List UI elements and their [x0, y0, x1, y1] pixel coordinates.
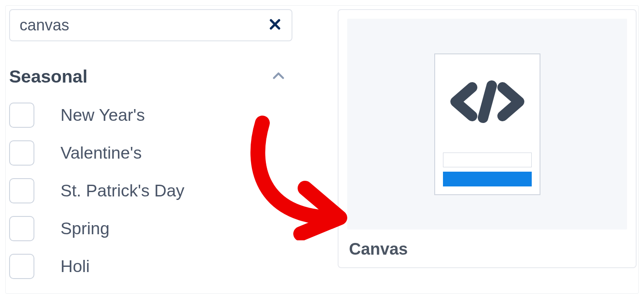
template-input-preview [443, 153, 532, 167]
checkbox-label: Spring [60, 219, 110, 238]
checkbox-label: St. Patrick's Day [60, 181, 184, 200]
checkbox-box[interactable] [9, 103, 34, 128]
checkbox-label: Holi [60, 257, 90, 276]
category-title: Seasonal [9, 66, 87, 87]
template-form-preview [443, 153, 532, 186]
svg-line-2 [483, 86, 492, 118]
search-input[interactable] [20, 16, 268, 34]
template-card-canvas[interactable]: Canvas [338, 9, 637, 268]
checkbox-label: New Year's [60, 106, 145, 125]
template-label: Canvas [347, 240, 627, 259]
checkbox-list: New Year's Valentine's St. Patrick's Day… [9, 103, 292, 279]
checkbox-box[interactable] [9, 140, 34, 166]
template-preview [347, 19, 627, 229]
category-header-seasonal[interactable]: Seasonal [9, 66, 292, 90]
filter-panel: Seasonal New Year's Valentine's St. Patr… [7, 9, 294, 293]
chevron-up-icon [271, 68, 286, 86]
checkbox-item-new-years[interactable]: New Year's [9, 103, 292, 128]
main-container: Seasonal New Year's Valentine's St. Patr… [5, 5, 639, 294]
clear-icon[interactable] [268, 17, 282, 33]
checkbox-box[interactable] [9, 216, 34, 241]
checkbox-item-st-patricks[interactable]: St. Patrick's Day [9, 178, 292, 203]
code-icon [443, 78, 532, 126]
template-thumbnail [434, 53, 540, 195]
checkbox-item-valentines[interactable]: Valentine's [9, 140, 292, 166]
checkbox-box[interactable] [9, 254, 34, 279]
template-button-preview [443, 172, 532, 186]
checkbox-item-spring[interactable]: Spring [9, 216, 292, 241]
checkbox-label: Valentine's [60, 143, 142, 163]
checkbox-box[interactable] [9, 178, 34, 203]
search-box[interactable] [9, 9, 292, 41]
checkbox-item-holi[interactable]: Holi [9, 254, 292, 279]
